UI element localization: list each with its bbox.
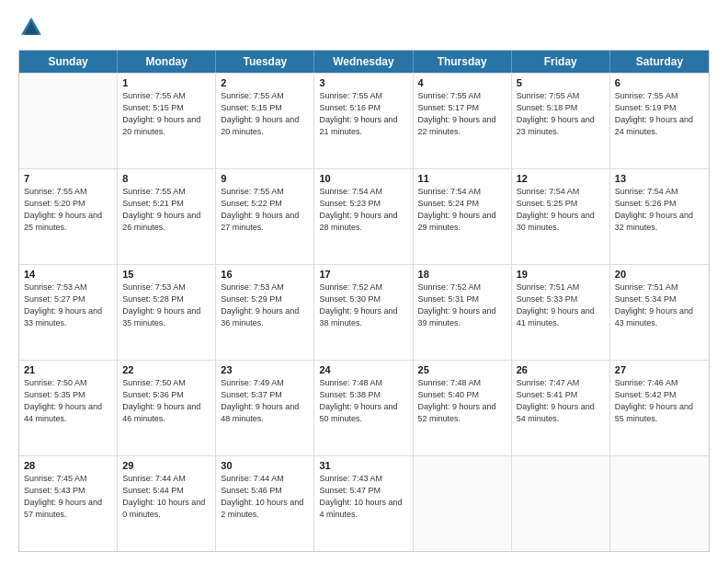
header: [18, 15, 710, 40]
logo: [18, 15, 48, 40]
cell-info: Sunrise: 7:53 AMSunset: 5:28 PMDaylight:…: [122, 282, 210, 329]
cell-info: Sunrise: 7:55 AMSunset: 5:15 PMDaylight:…: [122, 90, 210, 138]
day-number: 29: [122, 460, 210, 471]
calendar-cell-12: 12Sunrise: 7:54 AMSunset: 5:25 PMDayligh…: [512, 169, 610, 264]
calendar-row-3: 21Sunrise: 7:50 AMSunset: 5:35 PMDayligh…: [19, 360, 709, 455]
cell-info: Sunrise: 7:55 AMSunset: 5:19 PMDaylight:…: [615, 90, 704, 138]
cell-info: Sunrise: 7:48 AMSunset: 5:40 PMDaylight:…: [418, 377, 506, 425]
day-number: 28: [24, 460, 112, 471]
calendar-cell-25: 25Sunrise: 7:48 AMSunset: 5:40 PMDayligh…: [414, 361, 512, 455]
day-number: 15: [122, 269, 210, 280]
calendar-cell-4: 4Sunrise: 7:55 AMSunset: 5:17 PMDaylight…: [414, 74, 512, 168]
calendar-cell-14: 14Sunrise: 7:53 AMSunset: 5:27 PMDayligh…: [19, 265, 118, 360]
day-number: 2: [221, 77, 309, 88]
cell-info: Sunrise: 7:52 AMSunset: 5:30 PMDaylight:…: [319, 282, 407, 329]
calendar-row-2: 14Sunrise: 7:53 AMSunset: 5:27 PMDayligh…: [19, 264, 709, 360]
calendar-cell-29: 29Sunrise: 7:44 AMSunset: 5:44 PMDayligh…: [118, 456, 216, 551]
cell-info: Sunrise: 7:53 AMSunset: 5:27 PMDaylight:…: [24, 282, 112, 329]
calendar-cell-empty: [512, 456, 610, 551]
cell-info: Sunrise: 7:55 AMSunset: 5:17 PMDaylight:…: [418, 90, 506, 138]
day-number: 11: [418, 173, 506, 184]
calendar-cell-13: 13Sunrise: 7:54 AMSunset: 5:26 PMDayligh…: [610, 169, 709, 264]
calendar-cell-23: 23Sunrise: 7:49 AMSunset: 5:37 PMDayligh…: [216, 361, 314, 455]
calendar-row-0: 1Sunrise: 7:55 AMSunset: 5:15 PMDaylight…: [19, 73, 709, 168]
cell-info: Sunrise: 7:44 AMSunset: 5:44 PMDaylight:…: [122, 473, 210, 521]
calendar-cell-empty: [414, 456, 512, 551]
calendar-body: 1Sunrise: 7:55 AMSunset: 5:15 PMDaylight…: [19, 73, 709, 551]
day-number: 4: [418, 77, 506, 88]
calendar-cell-16: 16Sunrise: 7:53 AMSunset: 5:29 PMDayligh…: [216, 265, 314, 360]
cell-info: Sunrise: 7:54 AMSunset: 5:23 PMDaylight:…: [319, 186, 407, 234]
cell-info: Sunrise: 7:55 AMSunset: 5:18 PMDaylight:…: [517, 90, 605, 138]
cell-info: Sunrise: 7:54 AMSunset: 5:25 PMDaylight:…: [517, 186, 605, 234]
calendar-cell-20: 20Sunrise: 7:51 AMSunset: 5:34 PMDayligh…: [610, 265, 709, 360]
calendar-cell-10: 10Sunrise: 7:54 AMSunset: 5:23 PMDayligh…: [314, 169, 413, 264]
calendar-cell-5: 5Sunrise: 7:55 AMSunset: 5:18 PMDaylight…: [512, 74, 610, 168]
day-number: 25: [418, 364, 506, 375]
cell-info: Sunrise: 7:52 AMSunset: 5:31 PMDaylight:…: [418, 282, 506, 329]
day-number: 12: [517, 173, 605, 184]
page: SundayMondayTuesdayWednesdayThursdayFrid…: [0, 0, 728, 563]
day-number: 16: [221, 269, 309, 280]
day-number: 10: [319, 173, 407, 184]
calendar-cell-31: 31Sunrise: 7:43 AMSunset: 5:47 PMDayligh…: [314, 456, 413, 551]
cell-info: Sunrise: 7:43 AMSunset: 5:47 PMDaylight:…: [319, 473, 407, 521]
calendar-row-4: 28Sunrise: 7:45 AMSunset: 5:43 PMDayligh…: [19, 455, 709, 551]
day-number: 21: [24, 364, 112, 375]
cell-info: Sunrise: 7:47 AMSunset: 5:41 PMDaylight:…: [517, 377, 605, 425]
day-number: 27: [615, 364, 704, 375]
calendar: SundayMondayTuesdayWednesdayThursdayFrid…: [18, 50, 710, 552]
cell-info: Sunrise: 7:55 AMSunset: 5:20 PMDaylight:…: [24, 186, 112, 234]
weekday-header-friday: Friday: [512, 51, 610, 73]
calendar-cell-6: 6Sunrise: 7:55 AMSunset: 5:19 PMDaylight…: [610, 74, 709, 168]
day-number: 7: [24, 173, 112, 184]
calendar-cell-empty: [610, 456, 709, 551]
calendar-cell-15: 15Sunrise: 7:53 AMSunset: 5:28 PMDayligh…: [118, 265, 216, 360]
calendar-row-1: 7Sunrise: 7:55 AMSunset: 5:20 PMDaylight…: [19, 168, 709, 264]
day-number: 31: [319, 460, 407, 471]
cell-info: Sunrise: 7:51 AMSunset: 5:34 PMDaylight:…: [615, 282, 704, 329]
day-number: 17: [319, 269, 407, 280]
weekday-header-sunday: Sunday: [19, 51, 118, 73]
day-number: 23: [221, 364, 309, 375]
calendar-cell-empty: [19, 74, 118, 168]
cell-info: Sunrise: 7:55 AMSunset: 5:15 PMDaylight:…: [221, 90, 309, 138]
weekday-header-thursday: Thursday: [414, 51, 512, 73]
cell-info: Sunrise: 7:51 AMSunset: 5:33 PMDaylight:…: [517, 282, 605, 329]
day-number: 22: [122, 364, 210, 375]
cell-info: Sunrise: 7:46 AMSunset: 5:42 PMDaylight:…: [615, 377, 704, 425]
day-number: 8: [122, 173, 210, 184]
cell-info: Sunrise: 7:50 AMSunset: 5:36 PMDaylight:…: [122, 377, 210, 425]
weekday-header-monday: Monday: [118, 51, 216, 73]
calendar-cell-21: 21Sunrise: 7:50 AMSunset: 5:35 PMDayligh…: [19, 361, 118, 455]
weekday-header-tuesday: Tuesday: [216, 51, 314, 73]
calendar-cell-19: 19Sunrise: 7:51 AMSunset: 5:33 PMDayligh…: [512, 265, 610, 360]
day-number: 6: [615, 77, 704, 88]
cell-info: Sunrise: 7:55 AMSunset: 5:21 PMDaylight:…: [122, 186, 210, 234]
logo-icon: [18, 15, 44, 40]
calendar-cell-7: 7Sunrise: 7:55 AMSunset: 5:20 PMDaylight…: [19, 169, 118, 264]
calendar-header: SundayMondayTuesdayWednesdayThursdayFrid…: [19, 51, 709, 73]
calendar-cell-28: 28Sunrise: 7:45 AMSunset: 5:43 PMDayligh…: [19, 456, 118, 551]
calendar-cell-2: 2Sunrise: 7:55 AMSunset: 5:15 PMDaylight…: [216, 74, 314, 168]
day-number: 20: [615, 269, 704, 280]
cell-info: Sunrise: 7:54 AMSunset: 5:24 PMDaylight:…: [418, 186, 506, 234]
cell-info: Sunrise: 7:49 AMSunset: 5:37 PMDaylight:…: [221, 377, 309, 425]
weekday-header-saturday: Saturday: [610, 51, 709, 73]
day-number: 14: [24, 269, 112, 280]
calendar-cell-11: 11Sunrise: 7:54 AMSunset: 5:24 PMDayligh…: [414, 169, 512, 264]
calendar-cell-9: 9Sunrise: 7:55 AMSunset: 5:22 PMDaylight…: [216, 169, 314, 264]
cell-info: Sunrise: 7:55 AMSunset: 5:22 PMDaylight:…: [221, 186, 309, 234]
cell-info: Sunrise: 7:45 AMSunset: 5:43 PMDaylight:…: [24, 473, 112, 521]
cell-info: Sunrise: 7:54 AMSunset: 5:26 PMDaylight:…: [615, 186, 704, 234]
day-number: 13: [615, 173, 704, 184]
day-number: 9: [221, 173, 309, 184]
day-number: 3: [319, 77, 407, 88]
calendar-cell-8: 8Sunrise: 7:55 AMSunset: 5:21 PMDaylight…: [118, 169, 216, 264]
cell-info: Sunrise: 7:48 AMSunset: 5:38 PMDaylight:…: [319, 377, 407, 425]
day-number: 1: [122, 77, 210, 88]
cell-info: Sunrise: 7:53 AMSunset: 5:29 PMDaylight:…: [221, 282, 309, 329]
calendar-cell-27: 27Sunrise: 7:46 AMSunset: 5:42 PMDayligh…: [610, 361, 709, 455]
calendar-cell-17: 17Sunrise: 7:52 AMSunset: 5:30 PMDayligh…: [314, 265, 413, 360]
calendar-cell-3: 3Sunrise: 7:55 AMSunset: 5:16 PMDaylight…: [314, 74, 413, 168]
